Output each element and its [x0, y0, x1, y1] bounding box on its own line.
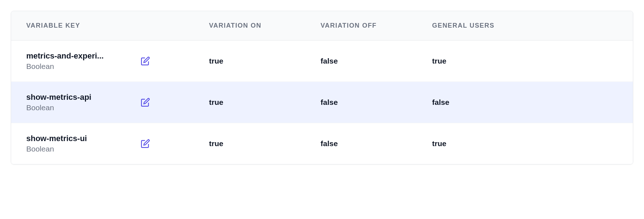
- table-row[interactable]: show-metrics-ui Boolean true false true: [11, 123, 633, 164]
- edit-icon[interactable]: [141, 139, 150, 148]
- general-users-value: true: [432, 57, 446, 65]
- variable-key-name: show-metrics-ui: [26, 134, 127, 143]
- variables-table: VARIABLE KEY VARIATION ON VARIATION OFF …: [11, 11, 633, 164]
- general-users-value: true: [432, 139, 446, 148]
- variation-off-value: false: [321, 139, 338, 148]
- variation-off-value: false: [321, 98, 338, 107]
- variation-off-value: false: [321, 57, 338, 65]
- edit-icon[interactable]: [141, 98, 150, 107]
- variable-key-type: Boolean: [26, 145, 141, 153]
- header-general-users: GENERAL USERS: [432, 22, 494, 29]
- variation-on-value: true: [209, 139, 223, 148]
- variable-key-name: show-metrics-api: [26, 93, 127, 102]
- table-row[interactable]: metrics-and-experi... Boolean true false…: [11, 41, 633, 82]
- header-variation-off: VARIATION OFF: [321, 22, 377, 29]
- variable-key-name: metrics-and-experi...: [26, 51, 127, 61]
- variation-on-value: true: [209, 57, 223, 65]
- header-variation-on: VARIATION ON: [209, 22, 262, 29]
- header-variable-key: VARIABLE KEY: [26, 22, 80, 29]
- general-users-value: false: [432, 98, 449, 107]
- variable-key-type: Boolean: [26, 62, 141, 71]
- table-header-row: VARIABLE KEY VARIATION ON VARIATION OFF …: [11, 11, 633, 41]
- table-row[interactable]: show-metrics-api Boolean true false fals…: [11, 82, 633, 123]
- edit-icon[interactable]: [141, 56, 150, 66]
- variable-key-type: Boolean: [26, 103, 141, 112]
- variation-on-value: true: [209, 98, 223, 107]
